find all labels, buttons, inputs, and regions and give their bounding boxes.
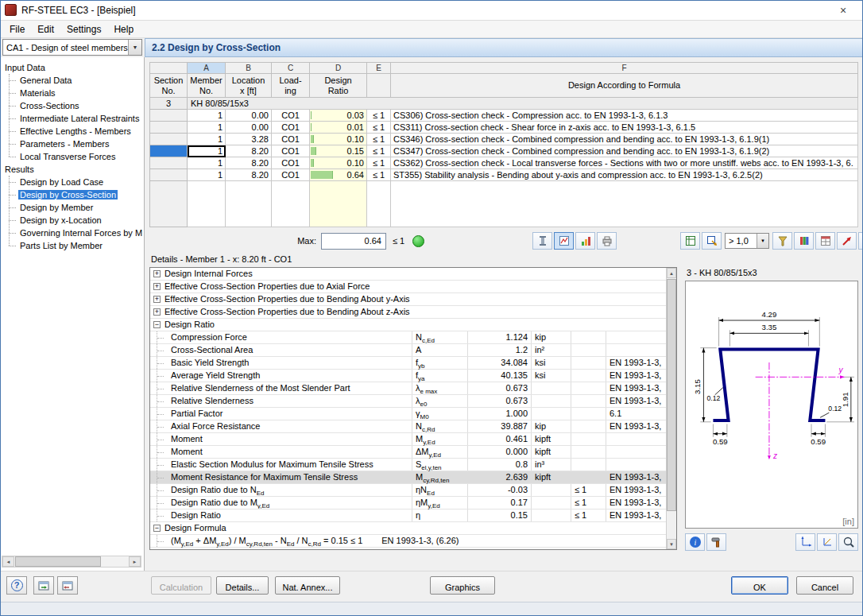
show-dimensions-button[interactable] (817, 533, 837, 551)
details-row[interactable]: Partial FactorγM01.0006.1 (150, 408, 666, 420)
column-letter-D[interactable]: D (310, 63, 367, 74)
graphics-button[interactable]: Graphics (430, 576, 495, 595)
location-cell[interactable]: 8.20 (226, 169, 272, 181)
formula-cell[interactable]: CS347) Cross-section check - Combined co… (391, 145, 858, 157)
result-diagram-button[interactable] (554, 232, 574, 250)
nat-annex-button[interactable]: Nat. Annex... (275, 576, 340, 595)
details-group-row[interactable]: +Design Internal Forces (150, 268, 666, 281)
details-row[interactable]: MomentMy,Ed0.461kipft (150, 433, 666, 446)
loading-cell[interactable]: CO1 (272, 134, 310, 145)
sidebar-item[interactable]: Parts List by Member (0, 239, 144, 252)
scrollbar-thumb[interactable] (15, 556, 101, 567)
result-values-button[interactable] (575, 232, 595, 250)
row-header-cell[interactable] (150, 110, 188, 122)
col-header-formula[interactable]: Design According to Formula (391, 74, 858, 98)
design-case-selector[interactable]: CA1 - Design of steel members ▼ (2, 39, 142, 56)
expand-icon[interactable]: + (153, 308, 161, 316)
formula-cell[interactable]: CS362) Cross-section check - Local trans… (391, 157, 858, 169)
collapse-icon[interactable]: − (153, 525, 161, 532)
details-row[interactable]: Compression ForceNc,Ed1.124kip (150, 331, 666, 344)
sidebar-item[interactable]: Intermediate Lateral Restraints (0, 112, 144, 125)
result-tables-button[interactable] (815, 232, 835, 250)
result-row[interactable]: 18.20CO10.10≤ 1CS362) Cross-section chec… (150, 157, 858, 169)
ratio-cell[interactable]: 0.03 (310, 110, 367, 122)
col-header-section[interactable]: SectionNo. (150, 74, 188, 98)
sidebar-item[interactable]: Materials (0, 87, 144, 99)
location-cell[interactable]: 8.20 (226, 145, 272, 157)
loading-cell[interactable]: CO1 (272, 157, 310, 169)
dock-panel-button[interactable] (33, 576, 54, 595)
sidebar-item[interactable]: Local Transverse Forces (0, 150, 144, 163)
export-panel-button[interactable] (57, 576, 78, 595)
details-group-row[interactable]: +Effective Cross-Section Properties due … (150, 281, 666, 293)
ratio-cell[interactable]: 0.10 (310, 134, 367, 145)
member-cell[interactable]: 1 (188, 157, 226, 169)
section-group-row[interactable]: 3 KH 80/85/15x3 (150, 98, 858, 110)
details-row[interactable]: Relative Slendernessλe00.673EN 1993-1-3, (150, 395, 666, 408)
location-cell[interactable]: 0.00 (226, 110, 272, 122)
column-letter-F[interactable]: F (391, 63, 858, 74)
menu-file[interactable]: File (3, 22, 31, 37)
col-header-limit[interactable] (367, 74, 391, 98)
loading-cell[interactable]: CO1 (272, 122, 310, 134)
details-row[interactable]: Axial Force ResistanceNc,Rd39.887kipEN 1… (150, 420, 666, 433)
col-header-location[interactable]: Locationx [ft] (226, 74, 272, 98)
details-row[interactable]: Design Ratioη0.15≤ 1EN 1993-1-3, (150, 509, 666, 522)
details-row[interactable]: Cross-Sectional AreaA1.2in² (150, 344, 666, 357)
sidebar-item[interactable]: Governing Internal Forces by M (0, 227, 144, 239)
menu-help[interactable]: Help (107, 22, 140, 37)
row-header-cell[interactable] (150, 134, 188, 145)
location-cell[interactable]: 0.00 (226, 122, 272, 134)
col-header-loading[interactable]: Load-ing (272, 74, 310, 98)
sidebar-item[interactable]: Design by Load Case (0, 176, 144, 188)
visibility-button[interactable] (858, 232, 863, 250)
details-button[interactable]: Details... (216, 576, 269, 595)
scroll-left-icon[interactable]: ◄ (2, 556, 14, 567)
details-row[interactable]: Basic Yield Strengthfyb34.084ksiEN 1993-… (150, 357, 666, 370)
print-button[interactable] (597, 232, 617, 250)
ratio-cell[interactable]: 0.01 (310, 122, 367, 134)
scroll-right-icon[interactable]: ► (129, 556, 141, 567)
column-letter-A[interactable]: A (188, 63, 226, 74)
sidebar-item[interactable]: Cross-Sections (0, 99, 144, 112)
result-row[interactable]: 10.00CO10.01≤ 1CS311) Cross-section chec… (150, 122, 858, 134)
show-axes-button[interactable] (795, 533, 815, 551)
excel-export-button[interactable] (680, 232, 700, 250)
formula-cell[interactable]: CS306) Cross-section check - Compression… (391, 110, 858, 122)
sidebar-item[interactable]: General Data (0, 74, 144, 87)
details-group-row[interactable]: −Design Formula (150, 522, 666, 535)
ratio-cell[interactable]: 0.15 (310, 145, 367, 157)
result-row[interactable]: 18.20CO10.64≤ 1ST355) Stability analysis… (150, 169, 858, 181)
result-row[interactable]: 10.00CO10.03≤ 1CS306) Cross-section chec… (150, 110, 858, 122)
sidebar-item[interactable]: Parameters - Members (0, 138, 144, 150)
chevron-down-icon[interactable]: ▼ (128, 40, 141, 55)
location-cell[interactable]: 8.20 (226, 157, 272, 169)
row-header-cell[interactable] (150, 145, 188, 157)
sidebar-item[interactable]: Design by Cross-Section (0, 188, 144, 201)
details-group-row[interactable]: −Design Ratio (150, 319, 666, 331)
group-section-name[interactable]: KH 80/85/15x3 (188, 98, 858, 110)
column-letter-E[interactable]: E (367, 63, 391, 74)
details-group-row[interactable]: +Effective Cross-Section Properties due … (150, 306, 666, 319)
details-scrollbar[interactable]: ▲ ▼ (666, 268, 676, 549)
column-letter-C[interactable]: C (272, 63, 310, 74)
details-row[interactable]: Moment Resistance for Maximum Tensile St… (150, 471, 666, 484)
location-cell[interactable]: 3.28 (226, 134, 272, 145)
export-button[interactable] (702, 232, 722, 250)
details-row[interactable]: Average Yield Strengthfya40.135ksiEN 199… (150, 370, 666, 382)
member-cell[interactable]: 1 (188, 110, 226, 122)
loading-cell[interactable]: CO1 (272, 110, 310, 122)
formula-cell[interactable]: CS311) Cross-section check - Shear force… (391, 122, 858, 134)
zoom-button[interactable] (838, 533, 858, 551)
filter-button[interactable] (772, 232, 792, 250)
result-row[interactable]: 13.28CO10.10≤ 1CS346) Cross-section chec… (150, 134, 858, 145)
ok-button[interactable]: OK (731, 576, 788, 595)
group-section-no[interactable]: 3 (150, 98, 188, 110)
details-row[interactable]: MomentΔMy,Ed0.000kipft (150, 446, 666, 459)
section-info-button[interactable]: i (685, 533, 705, 551)
sidebar-item[interactable]: Design by x-Location (0, 214, 144, 227)
help-button[interactable]: ? (6, 576, 27, 595)
cross-section-viewport[interactable]: 4.29 3.35 3.15 0.12 0.59 0.59 0.12 1.91 … (685, 281, 858, 529)
menu-edit[interactable]: Edit (31, 22, 60, 37)
sidebar-item[interactable]: Effective Lengths - Members (0, 125, 144, 138)
